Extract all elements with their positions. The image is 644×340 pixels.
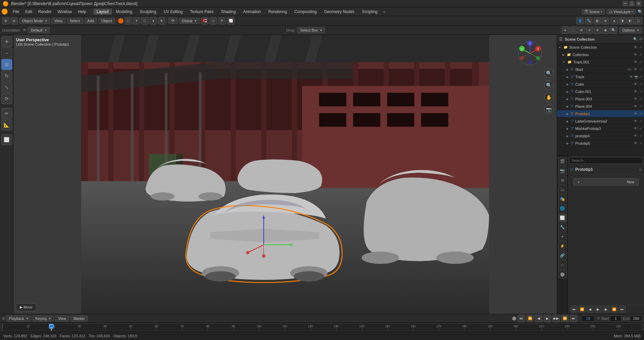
plane004-restrict[interactable]: ✓ — [639, 104, 643, 108]
outliner-scene-collection[interactable]: 📁 Scene Collection 👁 ✓ — [557, 44, 644, 51]
tool-cursor[interactable]: ✛ — [1, 36, 12, 47]
track-vis[interactable]: 👁 — [629, 75, 634, 79]
prop-physics-btn[interactable]: ⚡ — [558, 242, 567, 250]
tool-rotate2[interactable]: ⟳ — [1, 93, 12, 104]
start-restrict[interactable]: ✓ — [639, 67, 643, 71]
lada-vis[interactable]: 👁 — [633, 119, 638, 123]
viewport-icon-1[interactable]: ⊞ — [2, 17, 9, 25]
cube001-vis[interactable]: 👁 — [633, 90, 638, 93]
timeline-jump-start[interactable]: ⏮ — [571, 306, 577, 312]
graph-btn[interactable]: 📈 — [227, 17, 234, 25]
prev-keyframe-btn[interactable]: ⏪ — [526, 315, 534, 322]
timeline-ruler-area[interactable]: 0102030405060708090100110120130140150160… — [0, 323, 644, 331]
menu-help[interactable]: Help — [75, 9, 89, 15]
add-menu[interactable]: Add — [85, 18, 97, 24]
mishka-restrict[interactable]: ✓ — [639, 127, 643, 130]
options-btn[interactable]: Options — [619, 27, 642, 33]
prop-output-btn[interactable]: 🖥 — [558, 176, 567, 185]
props-options-icon[interactable]: ≡ — [639, 168, 641, 172]
render-mode-wireframe[interactable]: ◻ — [635, 17, 642, 25]
prototip4-vis[interactable]: 👁 — [633, 134, 638, 138]
viewport-icon-2[interactable]: ◈ — [10, 17, 18, 25]
render-mode-solid[interactable]: ● — [610, 17, 618, 25]
timeline-jump-end[interactable]: ⏭ — [619, 306, 626, 312]
tab-animation[interactable]: Animation — [240, 9, 264, 15]
prototip1-vis[interactable]: 👁 — [633, 112, 638, 115]
cube-restrict[interactable]: ✓ — [639, 82, 643, 86]
props-search-input[interactable] — [569, 157, 643, 164]
right-btn-1[interactable]: 👤 — [576, 17, 584, 25]
maximize-button[interactable]: □ — [629, 1, 635, 6]
jump-to-start-btn[interactable]: ⏮ — [518, 315, 525, 322]
zoom-out-btn[interactable]: 🔍 — [544, 81, 553, 90]
camera-btn[interactable]: 📷 — [544, 105, 553, 114]
marker-menu[interactable]: Marker — [70, 315, 88, 322]
tool-add-cube[interactable]: ⬜ — [1, 134, 12, 145]
scene-selector[interactable]: Scene — [589, 10, 600, 14]
menu-window[interactable]: Window — [55, 9, 74, 15]
coll-restrict[interactable]: ✓ — [639, 53, 643, 56]
menu-edit[interactable]: Edit — [22, 9, 35, 15]
viewport-shade-5[interactable]: ★ — [158, 17, 165, 25]
prototip5-vis[interactable]: 👁 — [633, 141, 638, 145]
close-button[interactable]: ✕ — [636, 1, 641, 6]
tab-uv-editing[interactable]: UV Editing — [160, 9, 186, 15]
tool-transform[interactable]: ⊞ — [1, 59, 12, 70]
timeline-next-key[interactable]: ⏩ — [611, 306, 618, 312]
current-frame-display[interactable]: 19 — [586, 317, 590, 321]
tool-annotate[interactable]: ✏ — [1, 108, 12, 119]
plane004-vis[interactable]: 👁 — [633, 104, 638, 108]
play-btn[interactable]: ▶ — [544, 315, 551, 322]
timeline-step-fwd[interactable]: ▶ — [603, 306, 609, 312]
menu-file[interactable]: File — [10, 9, 22, 15]
tab-geometry-nodes[interactable]: Geometry Nodes — [321, 9, 358, 15]
tab-shading[interactable]: Shading — [218, 9, 239, 15]
drag-selector[interactable]: Select Box — [297, 27, 325, 33]
prototip5-restrict[interactable]: ✓ — [639, 141, 643, 145]
object-menu[interactable]: Object — [98, 18, 115, 24]
minimize-button[interactable]: ─ — [623, 1, 628, 6]
view-menu-timeline[interactable]: View — [55, 315, 69, 322]
prop-data-btn[interactable]: ◇ — [558, 260, 567, 269]
step-back-btn[interactable]: ◀ — [535, 315, 542, 322]
snap-btn[interactable]: 🧲 — [201, 17, 208, 25]
timeline-prev-key[interactable]: ⏪ — [579, 306, 585, 312]
transform-pivot[interactable]: ⟳ — [168, 17, 177, 24]
track001-vis[interactable]: 👁 — [633, 60, 638, 64]
view-layer-selector[interactable]: ViewLayer — [613, 10, 631, 14]
overlay-btn[interactable]: ◧ — [594, 17, 601, 25]
orientation-selector[interactable]: Default — [28, 27, 50, 33]
outliner-prototip5[interactable]: ▽ Prototip5 👁 ✓ — [557, 140, 644, 147]
tool-move[interactable]: ↔ — [1, 48, 12, 58]
outliner-start[interactable]: ▽ Start Vs 👁 ✓ — [557, 66, 644, 73]
xray-btn[interactable]: ⊕ — [602, 17, 609, 25]
prototip4-restrict[interactable]: ✓ — [639, 134, 643, 138]
viewport-shade-4[interactable]: ● — [150, 17, 157, 25]
prop-viewlayer-btn[interactable]: 🗂 — [558, 185, 567, 194]
viewport-shade-1[interactable]: ◻ — [124, 17, 132, 25]
track001-restrict[interactable]: ✓ — [639, 60, 643, 64]
timeline-ruler[interactable]: 0102030405060708090100110120130140150160… — [2, 324, 642, 331]
title-bar-controls[interactable]: ─ □ ✕ — [623, 1, 641, 6]
outliner-collection[interactable]: 📁 Collection 👁 ✓ — [557, 51, 644, 58]
tool-rotate[interactable]: ↻ — [1, 70, 12, 81]
viewport-3d[interactable]: User Perspective (19) Scene Collection |… — [13, 35, 557, 314]
start-frame-display[interactable]: 1 — [615, 317, 617, 321]
outliner-prototip4[interactable]: ▽ prototip4 👁 ✓ — [557, 132, 644, 140]
mishka-vis[interactable]: 👁 — [633, 127, 638, 130]
render-mode-render[interactable]: ◐ — [627, 17, 634, 25]
menu-render[interactable]: Render — [36, 9, 54, 15]
layer-btn-2[interactable]: ⬚ — [570, 27, 577, 34]
viewport-shade-3[interactable]: ⬡ — [141, 17, 149, 25]
prop-constraints-btn[interactable]: 🔗 — [558, 251, 567, 260]
step-fwd-btn[interactable]: ▶▶ — [552, 315, 560, 322]
outliner-cube[interactable]: ▽ Cube 👁 ✓ — [557, 81, 644, 88]
layer-btn-1[interactable]: ● — [561, 27, 569, 34]
outliner-prototip1[interactable]: ▽ Prototip1 👁 ✓ — [557, 110, 644, 117]
tool-scale[interactable]: ⤡ — [1, 82, 12, 93]
viewport-shade-2[interactable]: ✦ — [133, 17, 140, 25]
cube001-restrict[interactable]: ✓ — [639, 90, 643, 93]
search-icon-header[interactable]: 🔍 — [638, 9, 643, 14]
layer-btn-5[interactable]: ★ — [594, 27, 601, 34]
layer-btn-3[interactable]: ⊞ — [578, 27, 585, 34]
